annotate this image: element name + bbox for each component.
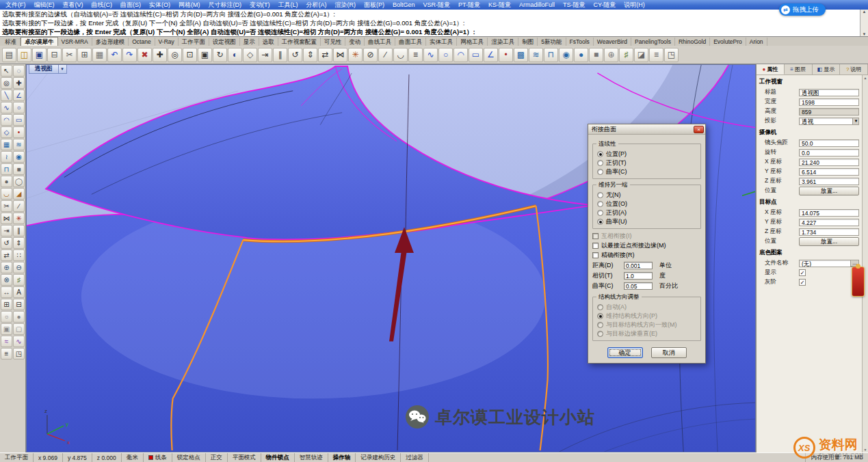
menu-item[interactable]: 面板(P) (360, 0, 389, 10)
selection-brush-icon[interactable]: ◌ (13, 65, 25, 77)
toolbar-tab[interactable]: 实体工具 (426, 38, 457, 46)
viewport-tab-label[interactable]: 透视图 (29, 65, 59, 74)
menu-item[interactable]: 曲面(S) (116, 0, 145, 10)
mirror-icon[interactable]: ⇄ (1, 249, 12, 261)
panel-value[interactable]: 1598 (799, 98, 859, 106)
sphere-tool-icon[interactable]: ● (574, 48, 588, 62)
save-file-icon[interactable]: ▣ (32, 48, 47, 62)
viewport-perspective[interactable]: z x y 透视图 ▾ 卓尔谟工业设计小站 (26, 64, 756, 452)
numeric-input[interactable]: 0.05 (624, 282, 653, 290)
status-gumball[interactable]: 操作轴 (328, 453, 356, 462)
menu-item[interactable]: TS-随意 (559, 0, 590, 10)
copy-object-icon[interactable]: ∥ (273, 48, 287, 62)
toolbar-tab[interactable]: 设定视图 (209, 38, 240, 46)
loft-surface-icon[interactable]: ≋ (13, 139, 25, 150)
panel-tab-属性[interactable]: ●属性 (757, 64, 785, 74)
panel-scroll-up-icon[interactable]: ▲ (864, 76, 867, 80)
menu-item[interactable]: BoltGen (389, 0, 419, 10)
panel-scrollbar[interactable]: ▲ ▼ (862, 75, 868, 452)
boolean-intersection-icon[interactable]: ⊗ (1, 274, 12, 286)
toolbar-tab[interactable]: 5新功能 (538, 38, 566, 46)
place-button[interactable]: 放置... (799, 187, 859, 195)
explode-icon[interactable]: ✳ (13, 213, 25, 224)
viewport-tab[interactable]: 透视图 ▾ (29, 65, 67, 74)
radio-option[interactable]: 与目标结构线方向一致(M) (597, 321, 696, 329)
print-icon[interactable]: ⊟ (47, 48, 62, 62)
join-icon[interactable]: ⋈ (1, 213, 12, 224)
undo-icon[interactable]: ↶ (107, 48, 122, 62)
panel-tab-说明[interactable]: ?说明 (840, 64, 868, 74)
mirror-object-icon[interactable]: ⇄ (318, 48, 332, 62)
toolbar-tab[interactable]: Arion (746, 38, 767, 46)
trim-icon[interactable]: ✂ (1, 200, 12, 212)
zoom-icon[interactable]: ◎ (168, 48, 182, 62)
rotate-object-icon[interactable]: ↺ (288, 48, 302, 62)
object-properties-icon[interactable]: ◳ (13, 348, 25, 359)
curvature-graph-icon[interactable]: ∿ (13, 336, 25, 347)
zoom-dynamic-icon[interactable]: ◎ (1, 77, 12, 89)
select-pointer-icon[interactable]: ↖ (1, 65, 12, 77)
polyline-icon[interactable]: ∠ (13, 90, 25, 101)
panel-value[interactable]: 21.240 (799, 159, 859, 166)
panel-value[interactable]: 透视图 (799, 89, 859, 96)
checkbox-option[interactable]: 精确衔接(R) (592, 251, 701, 259)
new-file-icon[interactable]: ▤ (2, 48, 16, 62)
panel-scroll-down-icon[interactable]: ▼ (864, 448, 867, 452)
status-ortho[interactable]: 正交 (206, 453, 228, 462)
trim-curve-icon[interactable]: ⊘ (363, 48, 378, 62)
hide-object-icon[interactable]: ○ (1, 311, 12, 323)
toolbar-tab[interactable]: 网格工具 (457, 38, 488, 46)
command-scrollbar[interactable]: ▲ ▼ (860, 10, 868, 36)
open-file-icon[interactable]: ◫ (17, 48, 31, 62)
split-curve-icon[interactable]: ∕ (378, 48, 393, 62)
toolbar-tab[interactable]: Octane (129, 38, 155, 46)
radio-option[interactable]: 维持结构线方向(P) (597, 312, 696, 321)
cut-icon[interactable]: ✂ (62, 48, 77, 62)
cancel-button[interactable]: 取消 (651, 347, 687, 358)
place-button[interactable]: 放置... (799, 237, 859, 246)
status-coord-z[interactable]: z 0.000 (92, 453, 122, 462)
status-coord-y[interactable]: y 4.875 (63, 453, 92, 462)
status-layer[interactable]: 线条 (144, 453, 172, 462)
boolean-tool-icon[interactable]: ⊕ (604, 48, 618, 62)
revolve-tool-icon[interactable]: ◉ (559, 48, 573, 62)
status-smarttrack[interactable]: 智慧轨迹 (295, 453, 328, 462)
radio-option[interactable]: 自动(A) (597, 303, 696, 312)
shaded-viewport-icon[interactable]: ◐ (228, 48, 242, 62)
curve-tool-icon[interactable]: ∿ (423, 48, 438, 62)
array-icon[interactable]: ∷ (13, 249, 25, 261)
menu-item[interactable]: 实体(O) (145, 0, 174, 10)
upload-overlay-button[interactable]: ⇄ 拖拽上传 (779, 3, 826, 16)
toolbar-tab[interactable]: 曲面工具 (395, 38, 426, 46)
properties-panel-icon[interactable]: ◳ (664, 48, 679, 62)
zoom-extents-icon[interactable]: ▣ (198, 48, 212, 62)
circle-tool-icon[interactable]: ○ (438, 48, 453, 62)
checkbox-icon[interactable]: ✓ (799, 269, 806, 276)
ungroup-icon[interactable]: ⊟ (13, 299, 25, 310)
dialog-titlebar[interactable]: 衔接曲面 × (588, 124, 705, 135)
curvature-analysis-icon[interactable]: ≈ (1, 336, 12, 347)
rotate-icon[interactable]: ↺ (1, 237, 12, 249)
radio-option[interactable]: 位置(O) (597, 200, 696, 208)
menu-item[interactable]: 分析(A) (302, 0, 331, 10)
group-icon[interactable]: ⊞ (1, 299, 12, 310)
mesh-tools-icon[interactable]: ♯ (13, 274, 25, 286)
wallpaper-file-field[interactable]: (无)... (799, 260, 859, 267)
panel-value[interactable]: 0.0 (799, 149, 859, 157)
panel-value[interactable]: 4.227 (799, 219, 859, 226)
toolbar-tab[interactable]: 工作平面 (179, 38, 209, 46)
paste-icon[interactable]: ▦ (92, 48, 107, 62)
panel-tab-图层[interactable]: ≡图层 (785, 64, 813, 74)
extrude-surface-icon[interactable]: ⊓ (1, 163, 12, 175)
menu-item[interactable]: KS-随意 (484, 0, 515, 10)
radio-option[interactable]: 与目标边缘垂直(E) (597, 329, 696, 338)
menu-item[interactable]: CY-随意 (590, 0, 620, 10)
toolbar-tab[interactable]: RhinoGold (675, 38, 710, 46)
toolbar-tab[interactable]: 选取 (259, 38, 278, 46)
move-object-icon[interactable]: ⇥ (258, 48, 272, 62)
fillet-curve-icon[interactable]: ◡ (393, 48, 408, 62)
status-units[interactable]: 毫米 (122, 453, 144, 462)
point-icon[interactable]: • (13, 126, 25, 138)
menu-item[interactable]: 渲染(R) (331, 0, 360, 10)
layers-panel-icon[interactable]: ≡ (649, 48, 663, 62)
